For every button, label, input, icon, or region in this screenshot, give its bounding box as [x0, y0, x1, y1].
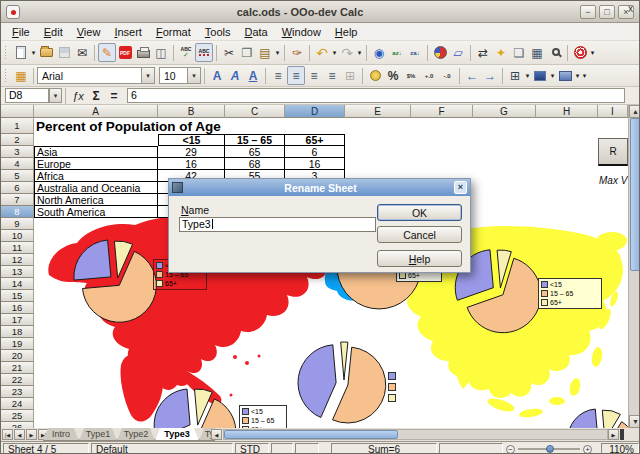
equals-icon[interactable]: = [105, 89, 123, 103]
add-decimal-icon[interactable]: +.0 [420, 66, 438, 85]
paste-icon[interactable]: ▤ [256, 43, 274, 62]
format-paintbrush-icon[interactable]: ✑ [288, 43, 306, 62]
vertical-scroll-thumb[interactable] [630, 118, 640, 271]
column-header-e[interactable]: E [345, 105, 411, 118]
row-header-21[interactable]: 21 [1, 362, 34, 374]
row-header-20[interactable]: 20 [1, 350, 34, 362]
grid-corner-box[interactable] [1, 105, 34, 118]
formula-input[interactable]: 6 [127, 88, 625, 103]
previous-sheet-button[interactable]: ◀ [14, 429, 25, 440]
sheet-tab-intro[interactable]: Intro [43, 428, 79, 441]
row-header-8[interactable]: 8 [1, 206, 34, 218]
cell-label-a8[interactable]: South America [34, 206, 158, 218]
dialog-titlebar[interactable]: Rename Sheet × [169, 179, 470, 196]
redo-dropdown-icon[interactable]: ▾ [356, 49, 363, 57]
redo-icon[interactable]: ↷ [338, 43, 356, 62]
sort-descending-icon[interactable]: za↓ [406, 43, 424, 62]
cell-header-d2[interactable]: 65+ [285, 134, 345, 146]
row-header-12[interactable]: 12 [1, 254, 34, 266]
sum-field[interactable]: Sum=6 [331, 443, 437, 454]
cell-label-a7[interactable]: North America [34, 194, 158, 206]
find-replace-icon[interactable]: ⇄ [474, 43, 492, 62]
borders-icon[interactable]: ⊞ [506, 66, 524, 85]
scrollbar-splitter[interactable] [620, 429, 624, 440]
zoom-in-icon[interactable]: + [583, 445, 592, 454]
column-header-h[interactable]: H [536, 105, 598, 118]
copy-icon[interactable]: ❐ [238, 43, 256, 62]
selection-mode-field[interactable] [271, 443, 293, 454]
row-header-22[interactable]: 22 [1, 374, 34, 386]
undo-icon[interactable]: ↶ [313, 43, 331, 62]
auto-spellcheck-icon[interactable]: ABC [195, 43, 213, 62]
document-close-button[interactable]: x [628, 3, 633, 14]
insert-chart-icon[interactable] [431, 43, 449, 62]
next-sheet-button[interactable]: ▶ [26, 429, 37, 440]
column-header-b[interactable]: B [158, 105, 225, 118]
row-header-11[interactable]: 11 [1, 242, 34, 254]
align-center-icon[interactable]: ≡ [287, 66, 305, 85]
paste-dropdown-icon[interactable]: ▾ [274, 49, 281, 57]
row-header-16[interactable]: 16 [1, 302, 34, 314]
borders-dropdown-icon[interactable]: ▾ [524, 72, 531, 80]
toolbar-grip[interactable] [4, 68, 8, 84]
sheet-position-field[interactable]: Sheet 4 / 5 [3, 443, 89, 454]
align-left-icon[interactable]: ≡ [269, 66, 287, 85]
menu-edit[interactable]: Edit [37, 25, 70, 39]
row-header-1[interactable]: 1 [1, 118, 34, 134]
background-color-icon[interactable] [531, 66, 549, 85]
column-header-d[interactable]: D [285, 105, 345, 118]
underline-icon[interactable]: A [244, 66, 262, 85]
row-header-18[interactable]: 18 [1, 326, 34, 338]
decrease-indent-icon[interactable]: ← [463, 66, 481, 85]
cut-icon[interactable]: ✂ [220, 43, 238, 62]
bold-icon[interactable]: A [208, 66, 226, 85]
row-header-2[interactable]: 2 [1, 134, 34, 146]
cell-a1-title[interactable]: Percent of Population of Age [36, 118, 296, 134]
background-color-dropdown-icon[interactable]: ▾ [549, 72, 556, 80]
row-header-10[interactable]: 10 [1, 230, 34, 242]
cell-b3[interactable]: 29 [158, 146, 225, 158]
menu-format[interactable]: Format [149, 25, 198, 39]
row-header-7[interactable]: 7 [1, 194, 34, 206]
zoom-thumb[interactable] [546, 445, 554, 453]
sum-icon[interactable]: Σ [87, 89, 105, 103]
menu-file[interactable]: File [5, 25, 37, 39]
help-icon[interactable] [571, 43, 589, 62]
cell-label-a4[interactable]: Europe [34, 158, 158, 170]
font-size-combo[interactable]: 10 ▾ [159, 67, 201, 84]
zoom-icon[interactable] [546, 43, 564, 62]
cell-d3[interactable]: 6 [285, 146, 345, 158]
new-document-icon[interactable] [12, 43, 30, 62]
menu-data[interactable]: Data [237, 25, 274, 39]
email-icon[interactable]: ✉ [73, 43, 91, 62]
dialog-close-icon[interactable]: × [454, 181, 467, 194]
minimize-button[interactable]: − [580, 5, 596, 19]
page-preview-icon[interactable]: ◫ [152, 43, 170, 62]
edit-file-icon[interactable]: ✎ [98, 43, 116, 62]
cell-c4[interactable]: 68 [225, 158, 285, 170]
hyperlink-icon[interactable]: ◉ [370, 43, 388, 62]
row-header-13[interactable]: 13 [1, 266, 34, 278]
first-sheet-button[interactable]: |◀ [2, 429, 13, 440]
row-header-17[interactable]: 17 [1, 314, 34, 326]
page-style-field[interactable]: Default [91, 443, 233, 454]
sheet-tab-type1[interactable]: Type1 [79, 428, 117, 441]
row-header-25[interactable]: 25 [1, 410, 34, 422]
sheet-tab-type3[interactable]: Type3 [155, 428, 199, 441]
hscroll-left-icon[interactable]: ◀ [211, 429, 222, 440]
cell-header-b2[interactable]: <15 [158, 134, 225, 146]
font-color-icon[interactable] [556, 66, 574, 85]
row-header-24[interactable]: 24 [1, 398, 34, 410]
partial-button[interactable]: R [598, 138, 628, 166]
column-header-c[interactable]: C [225, 105, 285, 118]
column-header-g[interactable]: G [473, 105, 536, 118]
row-header-4[interactable]: 4 [1, 158, 34, 170]
ok-button[interactable]: OK [377, 204, 462, 221]
zoom-track[interactable] [518, 448, 580, 450]
row-header-3[interactable]: 3 [1, 146, 34, 158]
row-header-6[interactable]: 6 [1, 182, 34, 194]
cell-label-a3[interactable]: Asia [34, 146, 158, 158]
scroll-up-icon[interactable]: ▲ [629, 105, 640, 118]
name-box-dropdown[interactable]: ▾ [49, 88, 62, 103]
modified-flag-field[interactable] [295, 443, 319, 454]
